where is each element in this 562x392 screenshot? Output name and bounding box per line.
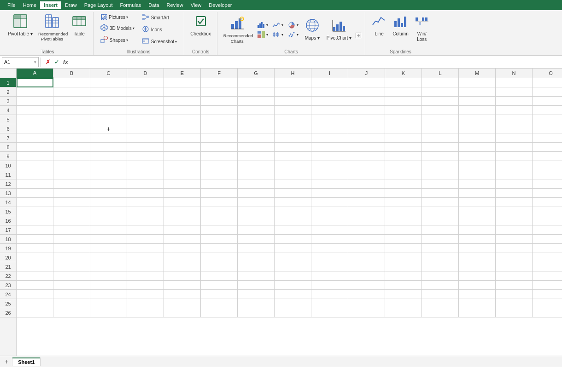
cell-O15[interactable] [533,207,562,216]
cell-D7[interactable] [127,133,164,143]
cell-B23[interactable] [53,281,90,290]
cell-A24[interactable] [17,290,53,299]
cell-A20[interactable] [17,253,53,262]
cell-F11[interactable] [201,170,238,179]
menu-formulas[interactable]: Formulas [117,1,145,9]
cell-A3[interactable] [17,97,53,106]
cell-F20[interactable] [201,253,238,262]
cell-C10[interactable] [90,161,127,170]
col-header-N[interactable]: N [496,69,533,78]
cell-E15[interactable] [164,207,201,216]
cell-L7[interactable] [422,133,459,143]
cell-K10[interactable] [385,161,422,170]
cell-D5[interactable] [127,115,164,124]
cell-G7[interactable] [238,133,275,143]
cell-E24[interactable] [164,290,201,299]
cell-F15[interactable] [201,207,238,216]
cell-N5[interactable] [496,115,533,124]
menu-draw[interactable]: Draw [61,1,81,9]
menu-insert[interactable]: Insert [40,1,61,9]
cell-N20[interactable] [496,253,533,262]
cell-F8[interactable] [201,143,238,152]
menu-page-layout[interactable]: Page Layout [81,1,117,9]
cell-K7[interactable] [385,133,422,143]
cell-E23[interactable] [164,281,201,290]
cell-G19[interactable] [238,244,275,253]
cell-C11[interactable] [90,170,127,179]
cell-I17[interactable] [311,225,348,235]
cell-N22[interactable] [496,271,533,281]
cell-I3[interactable] [311,97,348,106]
cell-J4[interactable] [348,106,385,115]
cell-E9[interactable] [164,152,201,161]
cell-G10[interactable] [238,161,275,170]
cell-A21[interactable] [17,262,53,271]
cell-G6[interactable] [238,124,275,133]
cell-J6[interactable] [348,124,385,133]
cell-B4[interactable] [53,106,90,115]
cell-N15[interactable] [496,207,533,216]
cell-I8[interactable] [311,143,348,152]
checkbox-button[interactable]: Checkbox [188,12,213,40]
row-header-14[interactable]: 14 [0,198,16,207]
cell-E20[interactable] [164,253,201,262]
cell-H26[interactable] [275,308,311,317]
row-header-2[interactable]: 2 [0,87,16,97]
cell-J1[interactable] [348,78,385,87]
charts-expand-button[interactable] [356,33,361,39]
cell-M15[interactable] [459,207,496,216]
cell-A19[interactable] [17,244,53,253]
cell-I11[interactable] [311,170,348,179]
cell-D15[interactable] [127,207,164,216]
cell-N12[interactable] [496,179,533,189]
cell-L3[interactable] [422,97,459,106]
cell-reference-box[interactable]: A1 ▾ [2,57,39,67]
cell-D21[interactable] [127,262,164,271]
cell-G15[interactable] [238,207,275,216]
cell-H23[interactable] [275,281,311,290]
cell-I25[interactable] [311,299,348,308]
cell-C24[interactable] [90,290,127,299]
cell-G14[interactable] [238,198,275,207]
cell-H24[interactable] [275,290,311,299]
insert-function-icon[interactable]: fx [62,58,69,66]
cell-F3[interactable] [201,97,238,106]
cell-N26[interactable] [496,308,533,317]
cell-M22[interactable] [459,271,496,281]
cell-O2[interactable] [533,87,562,97]
cell-A17[interactable] [17,225,53,235]
cell-A18[interactable] [17,235,53,244]
col-header-J[interactable]: J [348,69,385,78]
cell-B11[interactable] [53,170,90,179]
cell-J15[interactable] [348,207,385,216]
cell-O11[interactable] [533,170,562,179]
cell-O6[interactable] [533,124,562,133]
cell-A16[interactable] [17,216,53,225]
cell-F14[interactable] [201,198,238,207]
cell-M13[interactable] [459,189,496,198]
cell-F9[interactable] [201,152,238,161]
cell-G17[interactable] [238,225,275,235]
col-header-L[interactable]: L [422,69,459,78]
cell-O21[interactable] [533,262,562,271]
cell-C19[interactable] [90,244,127,253]
table-button[interactable]: Table [69,12,89,40]
row-header-25[interactable]: 25 [0,299,16,308]
cell-L15[interactable] [422,207,459,216]
cell-L14[interactable] [422,198,459,207]
cell-L11[interactable] [422,170,459,179]
shapes-button[interactable]: Shapes ▾ [97,35,138,46]
cell-L18[interactable] [422,235,459,244]
cell-I9[interactable] [311,152,348,161]
cell-L12[interactable] [422,179,459,189]
cell-C13[interactable] [90,189,127,198]
sheet-tab-sheet1[interactable]: Sheet1 [12,357,41,366]
cell-D1[interactable] [127,78,164,87]
cell-C2[interactable] [90,87,127,97]
cell-B14[interactable] [53,198,90,207]
cell-K23[interactable] [385,281,422,290]
cell-E6[interactable] [164,124,201,133]
cell-L17[interactable] [422,225,459,235]
cell-I12[interactable] [311,179,348,189]
cell-E16[interactable] [164,216,201,225]
